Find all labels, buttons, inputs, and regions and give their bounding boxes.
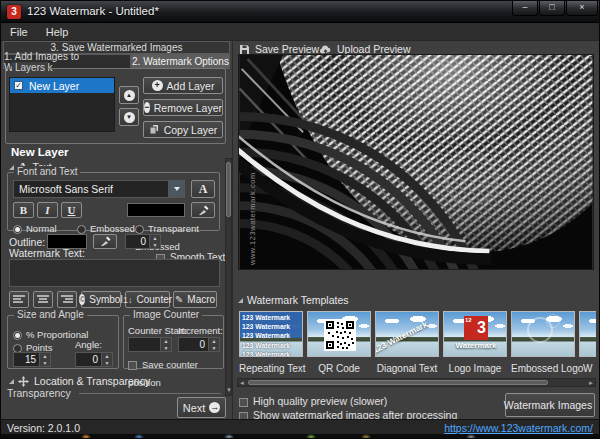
template-logo-image[interactable]: 12 3 Watermark Logo Image [443,311,507,357]
remove-layer-label: Remove Layer [154,102,222,114]
font-dialog-button[interactable]: A [191,180,215,198]
scrollbar-thumb[interactable] [248,380,548,385]
add-icon: + [152,80,163,91]
mode-embossed-label: Embossed [90,223,135,234]
templates-horizontal-scrollbar[interactable]: ◄ ► [237,378,596,387]
preview-image: 123 www.123watermark.com [238,54,594,270]
template-qr-code[interactable]: QR Code [307,311,371,357]
location-transparency-header[interactable]: Location & Transparency [9,375,150,387]
template-partial[interactable]: W [579,311,596,357]
macro-label: Macro [187,294,215,305]
template-thumbnail-image [511,311,575,357]
angle-spinner[interactable]: 0 ▲▼ [75,352,113,367]
font-select-value: Microsoft Sans Serif [14,183,168,195]
text-color-eyedropper-button[interactable] [191,202,215,218]
scroll-down-icon[interactable]: ▼ [226,387,231,394]
watermark-text-input[interactable] [9,259,220,287]
template-thumbnail-image [307,311,371,357]
template-repeating-text[interactable]: 123 Watermark 123 Watermark 123 Watermar… [239,311,303,357]
expander-icon [238,298,243,303]
add-layer-button[interactable]: + Add Layer [143,77,223,94]
counter-start-spinner[interactable]: ▲▼ [128,337,172,352]
template-thumbnail-image [579,311,596,357]
counter-button[interactable]: 1↓ Counter [125,291,170,308]
align-right-button[interactable] [57,291,77,308]
watermark-text-label: Watermark Text: [9,247,85,259]
remove-layer-button[interactable]: − Remove Layer [143,99,223,116]
font-select[interactable]: Microsoft Sans Serif [13,180,185,198]
layer-list-item[interactable]: ✓ New Layer [10,78,114,93]
minimize-button[interactable]: – [512,1,538,16]
scrollbar-thumb[interactable] [226,162,231,217]
increment-value: 0 [179,338,208,351]
repeat-line: 123 Watermark [242,350,290,357]
menu-file[interactable]: File [1,26,37,38]
version-text: Version: 2.0.1.0 [7,422,80,434]
text-color-swatch[interactable] [127,203,185,217]
template-label: Repeating Text [239,363,303,374]
symbol-label: Symbol [89,294,122,305]
template-label: Logo Image [443,363,507,374]
layer-checkbox[interactable]: ✓ [14,81,23,90]
increment-spinner[interactable]: 0 ▲▼ [178,337,220,352]
close-button[interactable]: × [566,1,598,16]
template-embossed-logo[interactable]: Embossed Logo [511,311,575,357]
next-button[interactable]: Next → [177,397,226,418]
italic-button[interactable]: I [37,202,58,218]
size-value: 15 [14,353,39,366]
taskbar-strip [1,434,600,439]
add-layer-label: Add Layer [167,80,215,92]
title-bar[interactable]: 3 123 Watermark - Untitled* – □ × [1,1,600,23]
template-thumbnail-image: 123 Watermark [375,311,439,357]
eyedropper-icon [100,236,111,247]
counter-label: Counter [136,294,172,305]
layers-list[interactable]: ✓ New Layer [9,77,115,132]
underline-button[interactable]: U [61,202,82,218]
align-left-button[interactable] [9,291,29,308]
maximize-button[interactable]: □ [539,1,565,16]
scroll-left-icon[interactable]: ◄ [239,380,245,386]
watermark-images-button[interactable]: Watermark Images [505,393,595,417]
embossed-logo-text: 123 [455,170,488,192]
website-link[interactable]: https://www.123watermark.com/ [444,422,593,434]
copy-layer-label: Copy Layer [164,124,218,136]
menu-help[interactable]: Help [37,26,78,38]
logo-caption: Watermark [444,341,507,350]
macro-button[interactable]: ✎ Macro [173,291,217,308]
layer-move-down-button[interactable]: ▼ [119,108,139,126]
remove-icon: − [144,102,150,113]
status-bar: Version: 2.0.1.0 https://www.123watermar… [1,419,600,434]
outline-size-spinner[interactable]: 0 ▲▼ [125,234,161,249]
layer-move-up-button[interactable]: ▲ [119,86,139,104]
spin-down-icon: ▼ [209,345,219,352]
bold-button[interactable]: B [13,202,34,218]
transparency-group-line [79,393,221,394]
logo-123-icon: 12 3 [464,316,488,340]
template-thumbnail-image: 12 3 Watermark [443,311,507,357]
preview-watermark-text: www.123watermark.com [248,172,257,266]
copy-layer-button[interactable]: Copy Layer [143,121,223,138]
size-spinner[interactable]: 15 ▲▼ [13,352,51,367]
app-logo-icon: 3 [7,5,21,19]
symbol-icon: © [79,294,85,305]
preview-panel: Save Preview Upload Preview [233,41,600,419]
angle-label: Angle: [75,339,102,350]
tab-watermark-options[interactable]: 2. Watermark Options [131,54,230,69]
spin-down-icon: ▼ [102,360,112,367]
align-center-button[interactable] [33,291,53,308]
watermark-images-label: Watermark Images [504,399,592,411]
layers-group-label: Layers [12,62,48,73]
options-vertical-scrollbar[interactable]: ▼ [225,158,232,396]
outline-eyedropper-button[interactable] [93,234,117,249]
watermark-templates-header[interactable]: Watermark Templates [238,294,349,306]
macro-pencil-icon: ✎ [175,294,183,305]
move-icon [18,376,29,387]
repeat-line: 123 Watermark [242,313,290,322]
scroll-right-icon[interactable]: ► [588,380,594,386]
radio-icon [135,225,144,234]
symbol-button[interactable]: © Symbol [81,291,121,308]
template-diagonal-text[interactable]: 123 Watermark Diagonal Text [375,311,439,357]
templates-strip: 123 Watermark 123 Watermark 123 Watermar… [237,309,596,375]
image-counter-label: Image Counter [130,309,202,320]
repeat-line: 123 Watermark [242,341,290,350]
